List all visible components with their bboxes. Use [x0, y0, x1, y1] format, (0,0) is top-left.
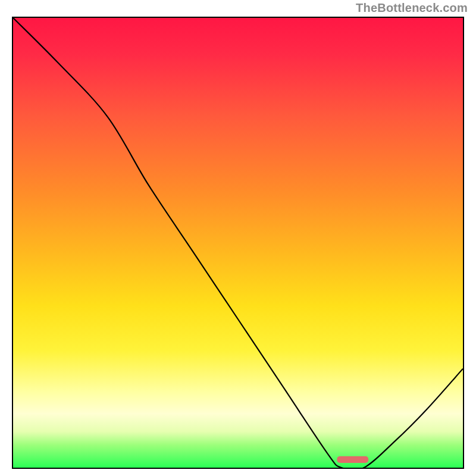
- curve-line: [13, 18, 463, 468]
- chart-overlay: [13, 18, 463, 468]
- chart-container: TheBottleneck.com: [0, 0, 476, 476]
- watermark-text: TheBottleneck.com: [356, 1, 468, 15]
- plot-frame: [12, 17, 464, 469]
- marker-bar: [337, 456, 368, 463]
